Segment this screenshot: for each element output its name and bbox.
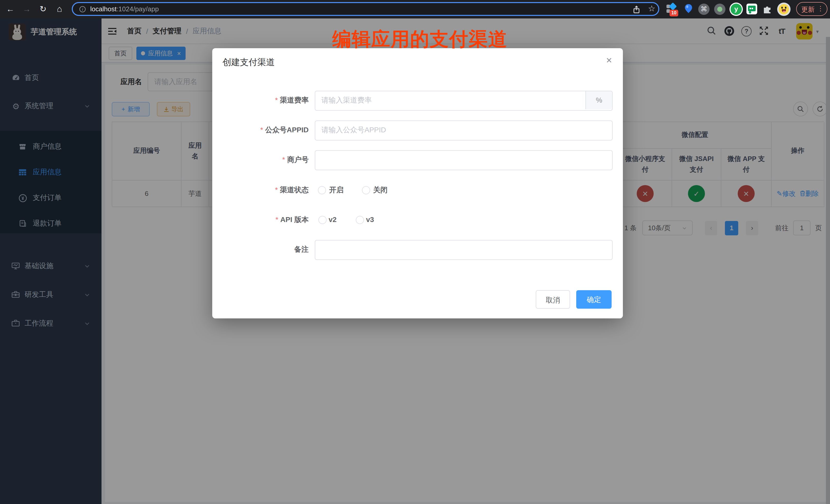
browser-back-icon[interactable]: ← [4, 3, 17, 15]
dialog-close-icon[interactable]: ✕ [604, 55, 614, 66]
radio-status-closed[interactable] [362, 186, 370, 194]
dialog-title: 创建支付渠道 [223, 56, 275, 68]
field-row-remark: 备注 [212, 240, 623, 259]
browser-home-icon[interactable]: ⌂ [53, 3, 66, 15]
puzzle-extensions-icon[interactable] [762, 3, 774, 15]
update-label: 更新 [801, 5, 815, 14]
required-asterisk: * [260, 126, 263, 134]
tab-manager-extension-icon[interactable]: 10 [666, 3, 678, 15]
share-icon[interactable] [633, 6, 640, 14]
annotation-text: 编辑应用的支付渠道 [332, 27, 508, 52]
confirm-button[interactable]: 确定 [576, 290, 612, 309]
remark-input[interactable] [315, 240, 613, 260]
create-payment-channel-dialog: 创建支付渠道 ✕ *渠道费率 请输入渠道费率 % *公众号APPID 请输入公众… [212, 48, 623, 318]
browser-reload-icon[interactable]: ↻ [37, 3, 49, 15]
required-asterisk: * [275, 186, 278, 194]
field-row-merchant: *商户号 [212, 150, 623, 169]
url-text: localhost:1024/pay/app [90, 3, 159, 15]
command-extension-icon[interactable]: ⌘ [698, 4, 709, 15]
radio-api-v2[interactable] [318, 216, 326, 224]
chat-extension-icon[interactable] [746, 4, 757, 14]
browser-forward-icon[interactable]: → [21, 3, 33, 15]
field-row-rate: *渠道费率 请输入渠道费率 % [212, 91, 623, 110]
site-info-icon[interactable]: i [79, 6, 86, 12]
cancel-button[interactable]: 取消 [536, 290, 570, 309]
required-asterisk: * [276, 215, 278, 224]
recorder-extension-icon[interactable] [714, 4, 726, 15]
bookmark-star-icon[interactable]: ☆ [648, 4, 656, 13]
appid-input[interactable]: 请输入公众号APPID [315, 121, 613, 140]
field-row-status: *渠道状态 开启 关闭 [212, 181, 623, 199]
radio-api-v3[interactable] [356, 216, 364, 224]
rate-input[interactable]: 请输入渠道费率 % [315, 91, 613, 111]
radio-status-open[interactable] [318, 186, 326, 194]
browser-toolbar: ← → ↻ ⌂ i localhost:1024/pay/app ☆ 10 ⌘ … [0, 0, 830, 19]
balloon-extension-icon[interactable] [683, 3, 695, 15]
emoji-extension-icon[interactable] [777, 3, 791, 16]
y-extension-icon[interactable]: y [730, 3, 743, 16]
extension-badge: 10 [670, 10, 678, 17]
merchant-input[interactable] [315, 150, 613, 170]
field-row-appid: *公众号APPID 请输入公众号APPID [212, 121, 623, 139]
kebab-menu-icon[interactable]: ⋮ [817, 5, 824, 12]
address-bar[interactable]: i localhost:1024/pay/app ☆ [72, 2, 659, 16]
required-asterisk: * [282, 155, 285, 163]
browser-update-button[interactable]: 更新 ⋮ [796, 2, 827, 16]
percent-suffix: % [585, 91, 612, 109]
required-asterisk: * [275, 96, 278, 104]
field-row-api-version: *API 版本 v2 v3 [212, 210, 623, 229]
